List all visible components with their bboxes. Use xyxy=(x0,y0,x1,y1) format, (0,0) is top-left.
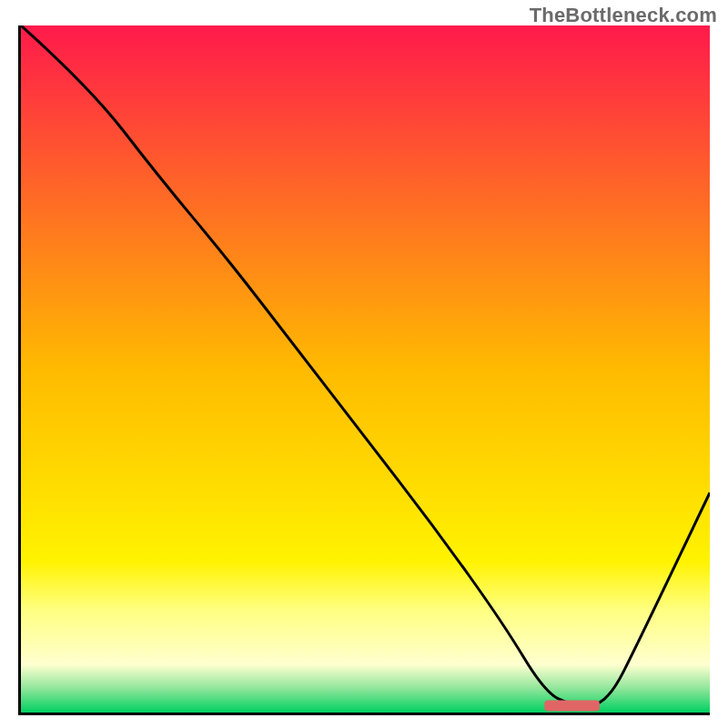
chart-svg xyxy=(21,25,710,713)
optimal-marker xyxy=(544,700,600,711)
plot-area xyxy=(18,25,710,715)
attribution-text: TheBottleneck.com xyxy=(530,4,717,27)
chart-container: TheBottleneck.com xyxy=(0,0,728,728)
gradient-background xyxy=(21,25,710,713)
